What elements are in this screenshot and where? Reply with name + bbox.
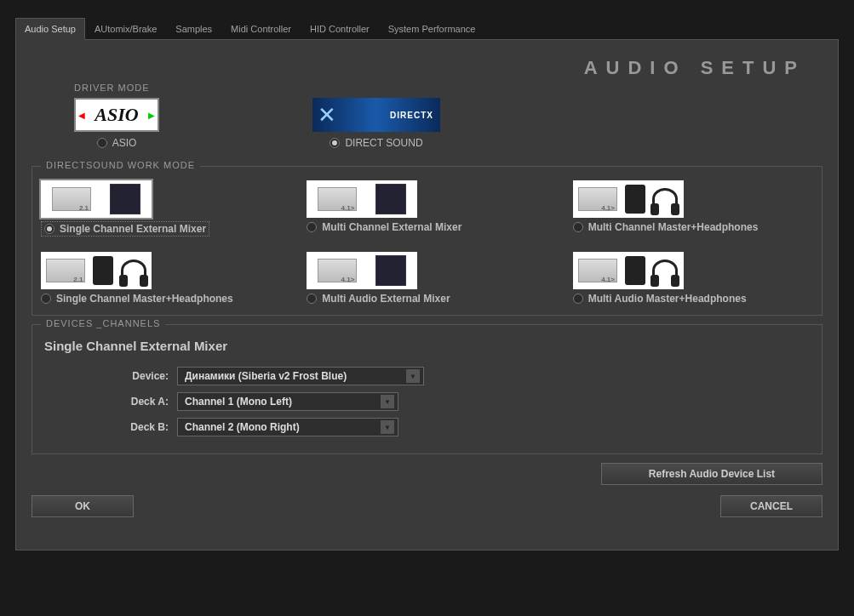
tab-system-performance[interactable]: System Performance xyxy=(379,18,485,40)
cancel-button[interactable]: CANCEL xyxy=(720,495,822,517)
workmode-label[interactable]: Multi Channel Master+Headphones xyxy=(573,221,813,233)
workmode-thumb xyxy=(573,180,684,218)
radio-icon xyxy=(330,138,340,148)
directx-badge-text: DIRECTX xyxy=(390,111,433,120)
speaker-icon xyxy=(93,256,113,285)
device-row: Deck B:Channel 2 (Mono Right)▼ xyxy=(109,418,813,436)
chip-icon xyxy=(46,259,85,282)
directx-badge: DIRECTX xyxy=(312,98,440,132)
workmode-thumb xyxy=(307,180,417,218)
speaker-icon xyxy=(625,256,645,285)
workmode-ma_ext[interactable]: Multi Audio External Mixer xyxy=(307,252,547,305)
workmode-label[interactable]: Multi Channel External Mixer xyxy=(307,221,547,233)
chip-icon xyxy=(578,259,617,282)
workmode-label-text: Multi Channel Master+Headphones xyxy=(588,221,759,233)
workmode-mc_mh[interactable]: Multi Channel Master+Headphones xyxy=(573,180,813,237)
radio-icon xyxy=(97,138,107,148)
tab-hid-controller[interactable]: HID Controller xyxy=(301,18,379,40)
workmode-sc_mh[interactable]: Single Channel Master+Headphones xyxy=(41,252,281,305)
device-select-value: Динамики (Siberia v2 Frost Blue) xyxy=(185,370,347,382)
workmode-label-text: Multi Audio External Mixer xyxy=(322,293,450,305)
workmode-ma_mh[interactable]: Multi Audio Master+Headphones xyxy=(573,252,813,305)
workmode-label[interactable]: Single Channel External Mixer xyxy=(41,221,209,237)
device-rows: Device:Динамики (Siberia v2 Frost Blue)▼… xyxy=(41,367,813,436)
devices-group: DEVICES _CHANNELS Single Channel Externa… xyxy=(32,324,822,454)
devices-section-label: DEVICES _CHANNELS xyxy=(41,318,165,328)
workmode-thumb xyxy=(573,252,684,289)
directsound-radio-row[interactable]: DIRECT SOUND xyxy=(330,137,422,149)
driver-asio-option[interactable]: ASIO ASIO xyxy=(74,98,159,149)
device-row: Deck A:Channel 1 (Mono Left)▼ xyxy=(109,392,813,411)
chip-icon xyxy=(52,187,91,211)
page-title: AUDIO SETUP xyxy=(32,50,822,83)
workmode-label-text: Single Channel External Mixer xyxy=(60,223,206,235)
tab-content: AUDIO SETUP DRIVER MODE ASIO ASIO DIRECT… xyxy=(15,40,839,550)
driver-section-label: DRIVER MODE xyxy=(74,83,822,93)
tab-samples[interactable]: Samples xyxy=(166,18,221,40)
workmode-sc_ext[interactable]: Single Channel External Mixer xyxy=(41,180,281,237)
device-row-label: Deck A: xyxy=(109,396,169,408)
mixer-icon xyxy=(110,184,140,214)
device-select[interactable]: Channel 1 (Mono Left)▼ xyxy=(177,392,398,411)
devices-subtitle: Single Channel External Mixer xyxy=(44,339,813,353)
mixer-icon xyxy=(375,255,406,286)
device-row: Device:Динамики (Siberia v2 Frost Blue)▼ xyxy=(109,367,813,385)
speaker-icon xyxy=(625,185,645,214)
chevron-down-icon: ▼ xyxy=(406,369,420,383)
refresh-button[interactable]: Refresh Audio Device List xyxy=(601,463,822,485)
asio-badge: ASIO xyxy=(74,98,159,132)
radio-icon xyxy=(41,294,51,304)
chip-icon xyxy=(578,187,617,211)
radio-icon xyxy=(44,224,54,234)
asio-badge-text: ASIO xyxy=(95,104,138,126)
workmode-thumb xyxy=(41,252,152,289)
radio-icon xyxy=(573,222,583,232)
workmode-label-text: Multi Channel External Mixer xyxy=(322,221,461,233)
workmode-label[interactable]: Multi Audio Master+Headphones xyxy=(573,293,813,305)
asio-label: ASIO xyxy=(112,137,137,149)
tab-midi-controller[interactable]: Midi Controller xyxy=(221,18,301,40)
ok-button[interactable]: OK xyxy=(32,495,134,517)
phones-icon xyxy=(652,260,678,282)
device-row-label: Deck B: xyxy=(109,421,169,433)
settings-window: Audio SetupAUtomix/BrakeSamplesMidi Cont… xyxy=(0,0,854,568)
directsound-label: DIRECT SOUND xyxy=(345,137,422,149)
radio-icon xyxy=(307,222,317,232)
workmode-label[interactable]: Single Channel Master+Headphones xyxy=(41,293,281,305)
workmode-thumb xyxy=(41,180,152,218)
mixer-icon xyxy=(375,184,406,214)
phones-icon xyxy=(652,188,678,210)
workmode-group: DIRECTSOUND WORK MODE Single Channel Ext… xyxy=(32,166,822,316)
radio-icon xyxy=(307,294,317,304)
device-select[interactable]: Channel 2 (Mono Right)▼ xyxy=(177,418,398,436)
workmode-section-label: DIRECTSOUND WORK MODE xyxy=(41,160,200,170)
dialog-buttons: OK CANCEL xyxy=(32,495,822,517)
device-select-value: Channel 1 (Mono Left) xyxy=(185,396,292,408)
chip-icon xyxy=(318,259,357,282)
workmode-mc_ext[interactable]: Multi Channel External Mixer xyxy=(307,180,547,237)
tab-bar: Audio SetupAUtomix/BrakeSamplesMidi Cont… xyxy=(15,17,839,40)
workmode-label[interactable]: Multi Audio External Mixer xyxy=(307,293,547,305)
refresh-row: Refresh Audio Device List xyxy=(32,463,822,485)
chip-icon xyxy=(318,187,357,211)
device-select-value: Channel 2 (Mono Right) xyxy=(185,421,300,433)
tab-audio-setup[interactable]: Audio Setup xyxy=(15,18,85,40)
chevron-down-icon: ▼ xyxy=(381,420,394,434)
asio-radio-row[interactable]: ASIO xyxy=(97,137,137,149)
workmode-label-text: Single Channel Master+Headphones xyxy=(56,293,233,305)
driver-directsound-option[interactable]: DIRECTX DIRECT SOUND xyxy=(312,98,440,149)
workmode-thumb xyxy=(307,252,417,289)
driver-mode-row: ASIO ASIO DIRECTX DIRECT SOUND xyxy=(74,98,822,149)
phones-icon xyxy=(121,260,146,282)
workmode-grid: Single Channel External MixerMulti Chann… xyxy=(41,180,813,305)
device-select[interactable]: Динамики (Siberia v2 Frost Blue)▼ xyxy=(177,367,424,385)
device-row-label: Device: xyxy=(109,370,169,382)
chevron-down-icon: ▼ xyxy=(381,395,394,408)
workmode-label-text: Multi Audio Master+Headphones xyxy=(588,293,747,305)
radio-icon xyxy=(573,294,583,304)
tab-automix-brake[interactable]: AUtomix/Brake xyxy=(85,18,166,40)
